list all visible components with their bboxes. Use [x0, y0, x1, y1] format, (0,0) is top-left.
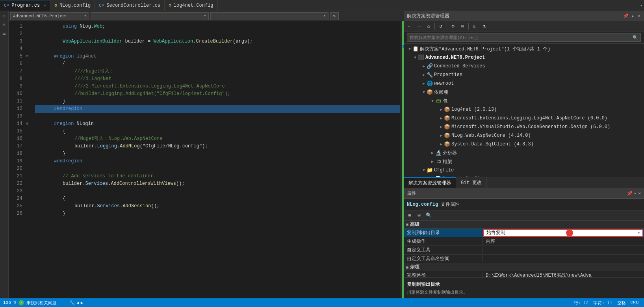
member-dropdown[interactable]: ▾ [210, 12, 328, 20]
fold-14[interactable]: ⊟ [26, 120, 32, 128]
props-footer-title: 复制到输出目录 [407, 281, 641, 288]
copy-value-box[interactable]: 始终复制 ▾ [483, 229, 643, 237]
scroll-track[interactable] [400, 21, 404, 298]
props-close-btn[interactable]: ✕ [638, 191, 641, 196]
props-sort-btn[interactable]: ⊟ [415, 212, 423, 220]
tree-cfgfile[interactable]: ▼ 📁 CfgFile [404, 166, 644, 175]
tree-project[interactable]: ▼ ⬛ Advanced.NET6.Project [404, 53, 644, 62]
tree-framework[interactable]: ▶ 🗂 框架 [404, 157, 644, 166]
analyze-expand-icon[interactable]: ▶ [430, 151, 435, 155]
props-expand-btn[interactable]: ▸ [634, 191, 637, 196]
se-grid-btn[interactable]: ⊞ [458, 22, 467, 30]
tab-log4net-config[interactable]: ⚙ log4net.Config [165, 0, 217, 11]
se-tab-git[interactable]: Git 更改 [456, 177, 487, 188]
tab-label: NLog.config [59, 3, 91, 8]
fold-5[interactable]: ⊟ [26, 53, 32, 60]
se-preview-btn[interactable]: ◫ [470, 22, 479, 30]
tree-nlog[interactable]: ▶ 📦 NLog.Web.AspNetCore (4.14.0) [404, 131, 644, 140]
type-dropdown[interactable]: ▾ [91, 12, 209, 20]
props-expand-icon[interactable]: ▶ [421, 73, 427, 77]
copy-dropdown-icon[interactable]: ▾ [638, 231, 640, 235]
props-file-type: 文件属性 [441, 202, 460, 207]
left-edge-btn-1[interactable]: ⊞ [1, 13, 8, 20]
system-data-expand-icon[interactable]: ▶ [438, 142, 444, 147]
tree-ms-vs-web[interactable]: ▶ 📦 Microsoft.VisualStudio.Web.CodeGener… [404, 123, 644, 131]
props-grid-btn[interactable]: ⊞ [405, 212, 414, 220]
tree-view[interactable]: ▼ 📋 解决方案"Advanced.NET6.Project"(1 个项目/共 … [404, 44, 644, 177]
editor-area: Advanced.NET6.Project ▾ ▾ ▾ ⇅ 1234 [9, 11, 404, 298]
pkg-expand-icon[interactable]: ▼ [430, 99, 435, 103]
ms-vs-web-expand-icon[interactable]: ▶ [438, 125, 444, 129]
tree-wwwroot[interactable]: ▶ 🌐 wwwroot [404, 79, 644, 88]
tree-solution[interactable]: ▼ 📋 解决方案"Advanced.NET6.Project"(1 个项目/共 … [404, 45, 644, 53]
solution-icon: 📋 [412, 46, 419, 52]
props-row-custom-ns[interactable]: 自定义工具命名空间 [404, 255, 644, 263]
sep [434, 23, 435, 30]
props-row-build[interactable]: 生成操作 内容 [404, 237, 644, 246]
nlog-expand-icon[interactable]: ▶ [438, 133, 444, 138]
se-back-btn[interactable]: ← [405, 22, 414, 30]
log4net-expand-icon[interactable]: ▶ [438, 107, 444, 112]
group-misc-expand-icon: ▣ [406, 265, 408, 270]
editor-toolbar: Advanced.NET6.Project ▾ ▾ ▾ ⇅ [9, 11, 404, 21]
tab-overflow-btn[interactable]: ▾ [640, 3, 642, 8]
sep3 [468, 23, 469, 30]
deps-expand-icon[interactable]: ▼ [421, 90, 427, 95]
props-row-copy[interactable]: 复制到输出目录 始终复制 ▾ [404, 229, 644, 237]
framework-expand-icon[interactable]: ▶ [430, 159, 435, 164]
se-home-btn[interactable]: ⌂ [424, 22, 433, 30]
tree-deps[interactable]: ▼ 📦 依赖项 [404, 88, 644, 97]
tree-properties[interactable]: ▶ 🔧 Properties [404, 71, 644, 79]
code-line-8: ////1.Log4Net [35, 75, 400, 83]
props-pin-btn[interactable]: 📌 [627, 191, 633, 196]
se-tab-solution-label: 解决方案资源管理器 [408, 180, 451, 186]
tree-ms-log4net[interactable]: ▶ 📦 Microsoft.Extensions.Logging.Log4Net… [404, 114, 644, 123]
code-editor[interactable]: using NLog.Web; WebApplicationBuilder bu… [32, 21, 400, 298]
left-edge-btn-2[interactable]: ⊟ [1, 21, 8, 28]
ms-log4net-expand-icon[interactable]: ▶ [438, 116, 444, 121]
props-group-advanced-header[interactable]: ▣ 高级 [404, 221, 644, 229]
se-arrow-btn[interactable]: ▸ [631, 13, 635, 19]
status-left: 106 % ✓ 未找到相关问题 [3, 300, 57, 306]
group-misc-label: 杂项 [410, 264, 419, 270]
props-group-misc-header[interactable]: ▣ 杂项 [404, 263, 644, 271]
status-wrench-icon[interactable]: 🔧 [69, 300, 75, 305]
project-dropdown[interactable]: Advanced.NET6.Project ▾ [10, 12, 89, 20]
www-label: wwwroot [434, 81, 454, 86]
props-row-full-path[interactable]: 完整路径 D:\ZXWork\Advanced15\NET6实战\new\Adv… [404, 271, 644, 277]
tab-bar: C# Program.cs ✕ ⚙ NLog.config C# SecondC… [0, 0, 644, 11]
code-line-20 [35, 165, 400, 173]
props-row-custom-tool[interactable]: 自定义工具 [404, 246, 644, 255]
code-line-3: WebApplicationBuilder builder = WebAppli… [35, 38, 400, 45]
se-sync-btn[interactable]: ↺ [436, 22, 445, 30]
se-forward-btn[interactable]: → [415, 22, 423, 30]
props-search-btn[interactable]: 🔍 [424, 212, 433, 220]
status-bar: 106 % ✓ 未找到相关问题 🔧 ◀ ▶ 行: 12 字符: 11 空格 CR… [0, 298, 644, 307]
project-expand-icon[interactable]: ▼ [412, 56, 418, 60]
tree-system-data[interactable]: ▶ 📦 System.Data.SqlClient (4.8.3) [404, 140, 644, 149]
cfgfile-expand-icon[interactable]: ▼ [421, 168, 427, 173]
se-close-btn[interactable]: ✕ [637, 13, 641, 19]
tab-second-controller[interactable]: C# SecondController.cs [95, 0, 165, 11]
sync-btn[interactable]: ⇅ [330, 12, 339, 20]
se-pin-btn[interactable]: 📌 [622, 13, 629, 19]
se-tab-solution[interactable]: 解决方案资源管理器 [404, 177, 456, 188]
se-settings-btn[interactable]: ⚙ [449, 22, 457, 30]
status-center-icons: 🔧 ◀ ▶ [69, 300, 83, 305]
tab-program-cs[interactable]: C# Program.cs ✕ [0, 0, 50, 11]
tree-analyze[interactable]: ▶ 🔬 分析器 [404, 149, 644, 157]
pkg-icon: 🗃 [435, 98, 442, 104]
solution-expand-icon[interactable]: ▼ [407, 47, 412, 51]
tree-connected-services[interactable]: ▶ 🔗 Connected Services [404, 62, 644, 71]
tab-nlog-config[interactable]: ⚙ NLog.config [50, 0, 95, 11]
props-icon: 🔧 [427, 72, 433, 78]
cs-expand-icon[interactable]: ▶ [421, 64, 427, 69]
left-edge-btn-3[interactable]: ☰ [1, 30, 8, 37]
code-line-10: //builder.Logging.AddLog4Net("CfgFile/lo… [35, 90, 400, 98]
tree-pkg[interactable]: ▼ 🗃 包 [404, 97, 644, 105]
tree-log4net[interactable]: ▶ 📦 log4net (2.0.13) [404, 105, 644, 114]
se-filter-btn[interactable]: ⚗ [480, 22, 488, 30]
www-expand-icon[interactable]: ▶ [421, 81, 427, 86]
se-search-input-display[interactable]: 搜索解决方案资源管理器(Ctrl+;) 🔍 [407, 33, 641, 42]
tab-close-btn[interactable]: ✕ [44, 3, 46, 8]
